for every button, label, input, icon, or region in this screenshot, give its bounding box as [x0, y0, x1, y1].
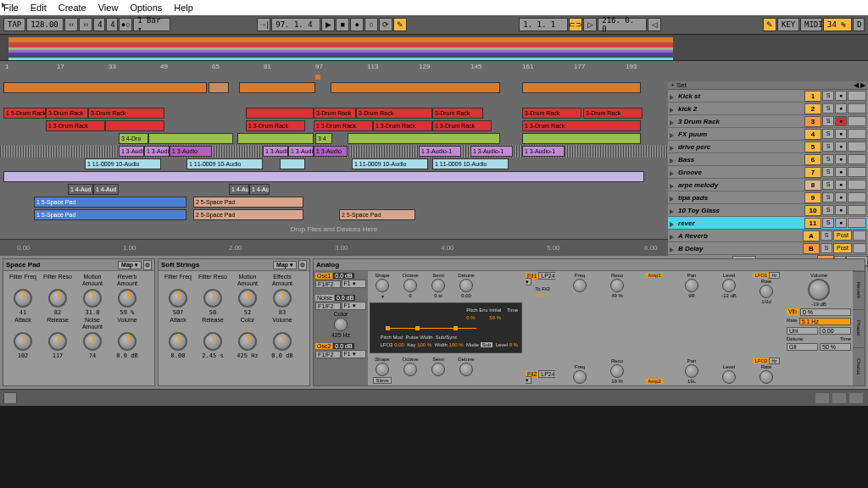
locator-marker[interactable] — [315, 75, 320, 80]
loop-start-field[interactable]: 1. 1. 1 — [519, 18, 568, 31]
track-activator[interactable]: 5 — [804, 141, 821, 152]
arm-button[interactable]: ● — [835, 129, 847, 139]
clip[interactable]: 1 11-0009 10-Audio — [85, 158, 161, 169]
lfo1-rate-knob[interactable] — [760, 285, 773, 298]
env-val[interactable]: Sub — [481, 342, 493, 347]
clip[interactable]: 1 3-Audio-1 — [470, 146, 513, 157]
uni-tag[interactable]: Uni — [787, 327, 818, 335]
track-activator[interactable]: 8 — [804, 180, 821, 191]
map-button[interactable]: Map ▾ — [273, 261, 297, 269]
clip[interactable]: 3-Drum Rack — [432, 108, 483, 119]
solo-button[interactable]: S — [822, 167, 834, 177]
shape-knob[interactable] — [376, 279, 389, 292]
clip[interactable]: 1 5-Drum Rack — [3, 108, 46, 119]
clip[interactable]: 1 4-Aud — [68, 184, 93, 195]
volume-knob[interactable] — [808, 279, 830, 301]
clip[interactable]: 1 3-Drum Rack — [432, 120, 492, 131]
lfo2-rate-knob[interactable] — [760, 370, 773, 384]
view-selector-icon[interactable] — [815, 393, 829, 403]
clip[interactable] — [105, 120, 164, 131]
loop-button[interactable]: ⊂⊃ — [569, 18, 582, 31]
env-val[interactable]: 0.00 — [394, 342, 404, 347]
play-triangle-icon[interactable] — [670, 158, 674, 164]
arm-button[interactable]: ● — [835, 154, 847, 164]
amp1-pan-knob[interactable] — [685, 279, 698, 292]
set-button[interactable]: + Set — [670, 81, 687, 89]
clip[interactable]: 1 3-Audio — [263, 146, 288, 157]
device-hot-swap-icon[interactable]: ⊙ — [143, 260, 152, 270]
filter reso-knob[interactable] — [203, 289, 222, 308]
play-button[interactable]: ▶ — [321, 18, 335, 31]
track-activator[interactable]: A — [803, 230, 820, 241]
play-triangle-icon[interactable] — [670, 235, 674, 240]
clip[interactable]: 1 11-0009 10-Audio — [432, 158, 509, 169]
track-header[interactable]: rever 11 S ● — [668, 217, 868, 230]
osc1-f1f2[interactable]: F1/F2 — [315, 280, 341, 288]
metronome-icon[interactable]: ●○ — [119, 18, 132, 31]
menu-help[interactable]: Help — [174, 3, 193, 13]
gli-time[interactable]: 50 % — [820, 343, 851, 351]
tap-button[interactable]: TAP — [3, 18, 25, 31]
clip[interactable]: 1 3-Audio-1 — [419, 146, 461, 157]
color-knob[interactable] — [238, 332, 257, 351]
fil1-reso-knob[interactable] — [610, 279, 624, 292]
det2-knob[interactable] — [459, 363, 473, 376]
solo-button[interactable]: S — [822, 205, 834, 215]
clip[interactable]: 1 11-0009 10-Audio — [352, 158, 428, 169]
clip[interactable]: 1 3-Drum Rack — [46, 120, 105, 131]
menu-view[interactable]: View — [98, 3, 119, 13]
lfo1-tag[interactable]: LFO1 — [753, 273, 769, 278]
menu-edit[interactable]: Edit — [31, 3, 47, 13]
track-activator[interactable]: 4 — [804, 129, 821, 140]
noise-tag[interactable]: Noise — [315, 295, 334, 301]
post-button[interactable]: Post — [833, 230, 852, 241]
solo-button[interactable]: S — [821, 230, 832, 241]
automation-arm-icon[interactable]: ⟳ — [379, 18, 392, 31]
overdub-icon[interactable]: ○ — [364, 18, 378, 31]
solo-button[interactable]: S — [822, 180, 834, 190]
fil2-reso-knob[interactable] — [610, 364, 624, 378]
play-triangle-icon[interactable] — [670, 108, 674, 113]
stop-button[interactable]: ■ — [336, 18, 349, 31]
noise amount-knob[interactable] — [83, 332, 102, 351]
arm-button[interactable]: ● — [835, 180, 847, 190]
clip[interactable]: 2 5-Space Pad — [193, 197, 303, 208]
clip[interactable] — [3, 171, 644, 182]
noise-f1[interactable]: F1 ▾ — [342, 302, 367, 310]
amp2-level-knob[interactable] — [722, 370, 736, 384]
position-field[interactable]: 97. 1. 4 — [271, 18, 320, 31]
clip[interactable]: 1 3-Drum Rack — [314, 120, 373, 131]
clip[interactable] — [280, 158, 305, 169]
disk-overload-button[interactable]: D — [853, 18, 865, 31]
play-triangle-icon[interactable] — [670, 120, 674, 125]
quantize-select[interactable]: 1 Bar ▾ — [133, 18, 170, 31]
sig-den[interactable]: 4 — [106, 18, 118, 31]
filter freq-knob[interactable] — [169, 289, 187, 308]
clip[interactable]: 3 4-Dro — [119, 133, 148, 144]
vib-tag[interactable]: Vib — [787, 308, 798, 316]
track-header[interactable]: Kick st 1 S ● — [668, 90, 868, 103]
clip[interactable]: 1 4-Aud — [249, 184, 270, 195]
amp2-tag[interactable]: Amp2 — [646, 379, 663, 384]
track-activator[interactable]: 2 — [804, 103, 821, 114]
clip[interactable] — [522, 133, 641, 144]
octave-knob[interactable] — [403, 279, 417, 292]
noise-color-knob[interactable] — [334, 318, 348, 331]
attack-knob[interactable] — [169, 332, 187, 351]
clip[interactable]: 1 3-Audio — [119, 146, 144, 157]
motion amount-knob[interactable] — [83, 289, 102, 308]
track-header[interactable]: kick 2 2 S ● — [668, 103, 868, 115]
uni-val[interactable]: 0.00 — [820, 327, 851, 335]
clip[interactable] — [148, 133, 233, 144]
midi-map-button[interactable]: MIDI — [800, 18, 822, 31]
semi2-knob[interactable] — [431, 363, 445, 376]
follow-icon[interactable]: →| — [257, 18, 270, 31]
clip[interactable] — [246, 108, 314, 119]
track-header[interactable]: Groove 7 S ● — [668, 166, 868, 179]
clip[interactable]: 3 4 — [315, 133, 332, 144]
clip[interactable]: 3-Drum Rack — [314, 108, 356, 119]
play-triangle-icon[interactable] — [670, 184, 674, 189]
loop-length-field[interactable]: 216. 0. 0 — [598, 18, 647, 31]
fil2-freq-knob[interactable] — [573, 370, 587, 384]
clip[interactable]: 3-Drum Rack — [522, 108, 581, 119]
